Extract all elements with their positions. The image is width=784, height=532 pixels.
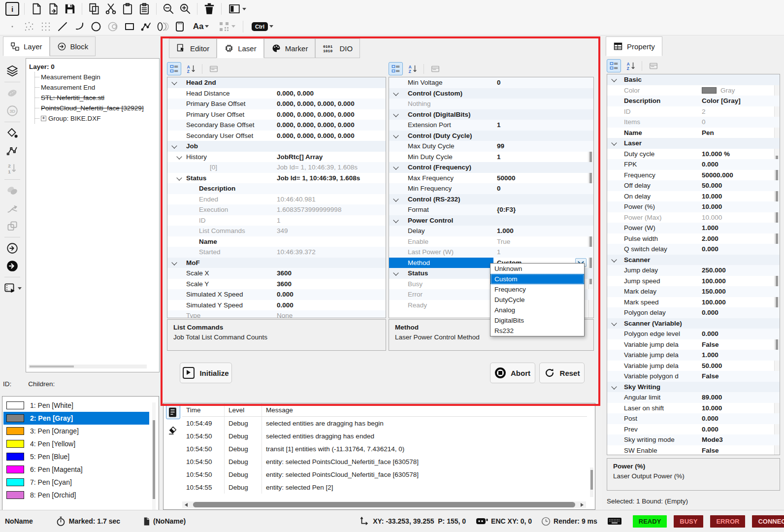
tree-horizontal-scrollbar[interactable] — [29, 365, 147, 368]
view-3d-button[interactable]: 3D — [3, 102, 21, 120]
property-row[interactable]: Power (Max) 10.000 — [607, 212, 780, 223]
property-row[interactable]: Started 10:46:39.372 — [167, 247, 386, 258]
property-row[interactable]: Name Pen — [607, 128, 780, 138]
alphabetical-sort-button[interactable]: AZ — [184, 62, 198, 75]
property-row[interactable]: SW Enable False — [607, 445, 780, 456]
barcode-tool-button[interactable] — [214, 19, 239, 34]
property-row[interactable]: Polygon edge level 0.000 — [607, 329, 780, 339]
property-row[interactable]: ID 2 — [607, 106, 780, 117]
property-row[interactable]: Delay 1.000 — [389, 226, 593, 236]
property-row[interactable]: Mark speed 100.000 — [607, 297, 780, 308]
property-row[interactable]: Control (DigitalBits) — [389, 109, 593, 120]
property-row[interactable]: Secondary User Offset 0.000, 0.000, 0.00… — [167, 131, 386, 141]
property-row[interactable]: Ended 10:46:40.981 — [167, 194, 386, 205]
categorized-view-button[interactable] — [389, 62, 403, 75]
property-row[interactable]: Jump speed 100.000 — [607, 276, 780, 287]
property-row[interactable]: Control (RS-232) — [389, 194, 593, 205]
property-row[interactable]: Sky Writing — [607, 382, 780, 393]
tree-item[interactable]: Group: BIKE.DXF — [35, 113, 157, 124]
property-row[interactable]: Q switch delay 0.000 — [607, 244, 780, 255]
tab-dio[interactable]: 01011010 DIO — [315, 38, 360, 58]
property-row[interactable]: Prev 0.000 — [607, 424, 780, 435]
polyline-tool-button[interactable] — [138, 19, 155, 34]
property-row[interactable]: FPK 0.000 — [607, 159, 780, 170]
property-row[interactable]: Laser on shift 10.000 — [607, 403, 780, 414]
property-row[interactable]: Jump delay 250.000 — [607, 265, 780, 276]
clear-log-button[interactable] — [166, 423, 180, 437]
tree-root-layer[interactable]: Layer: 0 — [29, 62, 157, 72]
log-header-level[interactable]: Level — [225, 403, 262, 416]
tree-item[interactable]: Measurement End — [35, 82, 157, 93]
panel-layout-button[interactable] — [225, 1, 249, 16]
log-horizontal-scrollbar[interactable] — [182, 501, 586, 508]
slot-tool-button[interactable] — [171, 19, 188, 34]
log-row[interactable]: 10:54:50 Debug entity: selected PointsCl… — [182, 455, 587, 468]
run-once-button[interactable] — [3, 239, 21, 257]
save-button[interactable] — [62, 1, 78, 16]
scroll-left-arrow-icon[interactable] — [185, 503, 188, 507]
property-row[interactable]: Status Job Id= 1, 10:46:39, 1.608s — [167, 173, 386, 184]
property-row[interactable]: Laser — [607, 138, 780, 149]
log-list-button[interactable] — [166, 405, 180, 419]
about-button[interactable] — [4, 1, 21, 16]
property-row[interactable]: Scanner — [607, 255, 780, 266]
log-row[interactable]: 10:54:55 Debug entity: selected Pen [2] — [182, 481, 587, 494]
property-row[interactable]: Secondary Base Offset 0.000, 0.000, 0.00… — [167, 120, 386, 131]
dropdown-option[interactable]: Analog — [490, 305, 584, 315]
arc-tool-button[interactable] — [71, 19, 88, 34]
property-row[interactable]: Power Control — [389, 215, 593, 226]
property-row[interactable]: Description — [167, 183, 386, 194]
property-row[interactable]: Polygon delay 0.000 — [607, 307, 780, 318]
property-row[interactable]: Variable jump dela 1.000 — [607, 350, 780, 361]
property-row[interactable]: Min Frequency 0 — [389, 183, 593, 194]
abort-button[interactable]: Abort — [490, 363, 535, 383]
property-row[interactable]: ID 1 — [167, 215, 386, 226]
pen-list-item[interactable]: 4: Pen [Yellow] — [3, 437, 158, 450]
scroll-right-arrow-icon[interactable] — [581, 503, 584, 507]
log-vertical-scrollbar[interactable] — [590, 467, 593, 497]
property-pages-button[interactable] — [206, 62, 221, 75]
property-row[interactable]: Control (Duty Cycle) — [389, 131, 593, 141]
property-row[interactable]: Frequency 50000.000 — [607, 170, 780, 181]
property-row[interactable]: Duty cycle 10.000 % — [607, 149, 780, 160]
property-row[interactable]: Scanner (Variable) — [607, 318, 780, 329]
property-row[interactable]: Format {0:F3} — [389, 204, 593, 215]
text-tool-button[interactable] — [188, 19, 214, 34]
log-header-message[interactable]: Message — [262, 406, 587, 414]
property-row[interactable]: Control (Frequency) — [389, 162, 593, 173]
duplicate-button[interactable] — [3, 217, 21, 235]
paste-button[interactable] — [119, 1, 136, 16]
property-row[interactable]: On delay 10.000 — [607, 191, 780, 202]
property-row[interactable]: Items 0 — [607, 117, 780, 128]
property-row[interactable]: Enable True — [389, 236, 593, 247]
property-pages-button[interactable] — [646, 59, 660, 72]
pen-list-item[interactable]: 8: Pen [Orchid] — [3, 489, 158, 501]
pen-list-item[interactable]: 7: Pen [Cyan] — [3, 476, 158, 489]
pen-list-item[interactable]: 1: Pen [White] — [3, 399, 158, 412]
delete-button[interactable] — [201, 1, 218, 16]
property-row[interactable]: Primary User Offset 0.000, 0.000, 0.000,… — [167, 109, 386, 120]
property-row[interactable]: History JobRtc[] Array — [167, 152, 386, 163]
property-row[interactable]: Execution 1.6083573999999998 — [167, 204, 386, 215]
log-row[interactable]: 10:54:50 Debug selected entities draggin… — [182, 430, 587, 442]
property-row[interactable]: Min Duty Cycle 1 — [389, 152, 593, 163]
property-row[interactable]: Description Color [Gray] — [607, 96, 780, 106]
ellipse-tool-button[interactable] — [104, 19, 121, 34]
property-row[interactable]: Color Gray — [607, 85, 780, 96]
property-row[interactable]: Angular limit 89.000 — [607, 392, 780, 403]
alphabetical-sort-button[interactable]: AZ — [623, 59, 638, 72]
tab-property[interactable]: Property — [606, 36, 662, 56]
tree-item[interactable]: STL: Nefertiti_face.stl — [35, 93, 157, 103]
ctrl-modifier-button[interactable]: Ctrl — [247, 19, 278, 34]
property-row[interactable]: Basic — [607, 74, 780, 85]
property-row[interactable]: Control (Custom) — [389, 88, 593, 99]
property-row[interactable]: Post 0.000 — [607, 413, 780, 424]
property-row[interactable]: Power (%) 10.000 — [607, 201, 780, 212]
property-row[interactable]: Variable polygon d False — [607, 371, 780, 382]
property-row[interactable]: Head 2nd — [167, 77, 386, 88]
log-row[interactable]: 10:54:49 Debug selected entities are dra… — [182, 417, 587, 430]
property-row[interactable]: Scale Y 3600 — [167, 279, 386, 290]
alphabetical-sort-button[interactable]: AZ — [405, 62, 420, 75]
property-row[interactable]: Last Power (W) 1 — [389, 247, 593, 258]
clipboard-list-button[interactable] — [136, 1, 153, 16]
